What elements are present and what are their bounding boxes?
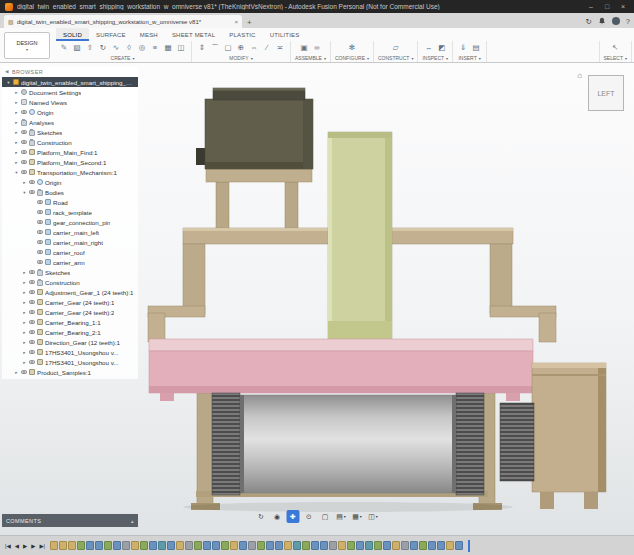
timeline-feature[interactable]: [437, 541, 445, 550]
visibility-eye-icon[interactable]: [29, 300, 35, 304]
timeline-feature[interactable]: [230, 541, 238, 550]
step-forward-button[interactable]: ▶: [30, 543, 36, 549]
notification-bell-icon[interactable]: [598, 17, 606, 27]
timeline-feature[interactable]: [239, 541, 247, 550]
view-cube[interactable]: LEFT: [588, 75, 624, 111]
timeline-feature[interactable]: [365, 541, 373, 550]
timeline-feature[interactable]: [221, 541, 229, 550]
expand-arrow-icon[interactable]: ▸: [14, 110, 19, 115]
visibility-eye-icon[interactable]: [37, 240, 43, 244]
expand-arrow-icon[interactable]: ▸: [14, 130, 19, 135]
close-button[interactable]: ×: [617, 3, 629, 10]
new-component-icon[interactable]: ▣: [298, 42, 310, 54]
timeline-feature[interactable]: [419, 541, 427, 550]
timeline-feature[interactable]: [185, 541, 193, 550]
canvas-icon[interactable]: ▤: [470, 42, 482, 54]
expand-arrow-icon[interactable]: ▸: [22, 280, 27, 285]
timeline-feature[interactable]: [167, 541, 175, 550]
new-document-tab-button[interactable]: +: [247, 18, 252, 27]
ribbon-group-label-select[interactable]: SELECT▾: [604, 55, 627, 61]
browser-row[interactable]: ▸ Construction: [2, 277, 138, 287]
ribbon-tab[interactable]: UTILITIES: [263, 28, 307, 41]
visibility-eye-icon[interactable]: [37, 220, 43, 224]
browser-row[interactable]: ▸ Product_Samples:1: [2, 367, 138, 377]
visibility-eye-icon[interactable]: [29, 340, 35, 344]
expand-arrow-icon[interactable]: ▸: [22, 310, 27, 315]
browser-row[interactable]: carrier_roof: [2, 247, 138, 257]
timeline-feature[interactable]: [248, 541, 256, 550]
ribbon-group-label-configure[interactable]: CONFIGURE▾: [335, 55, 369, 61]
configure-icon[interactable]: ✻: [346, 42, 358, 54]
timeline-playhead[interactable]: [468, 540, 470, 552]
browser-row[interactable]: ▸ 17HS3401_Usongshou v...: [2, 357, 138, 367]
timeline-feature[interactable]: [131, 541, 139, 550]
expand-comments-icon[interactable]: ▴: [131, 518, 134, 524]
browser-row[interactable]: ▾ Transportation_Mechanism:1: [2, 167, 138, 177]
timeline-feature[interactable]: [329, 541, 337, 550]
browser-row[interactable]: carrier_arm: [2, 257, 138, 267]
visibility-eye-icon[interactable]: [21, 370, 27, 374]
browser-row[interactable]: ▸ Carrier_Gear (24 teeth):2: [2, 307, 138, 317]
expand-arrow-icon[interactable]: ▾: [6, 80, 11, 85]
timeline-feature[interactable]: [392, 541, 400, 550]
browser-row[interactable]: ▾ Bodies: [2, 187, 138, 197]
visibility-eye-icon[interactable]: [29, 320, 35, 324]
expand-arrow-icon[interactable]: ▾: [14, 170, 19, 175]
loft-icon[interactable]: ◊: [123, 42, 135, 54]
workspace-selector[interactable]: DESIGN ▾: [4, 32, 50, 59]
expand-arrow-icon[interactable]: ▸: [14, 150, 19, 155]
offset-face-icon[interactable]: ⇔: [248, 42, 260, 54]
fillet-icon[interactable]: ⌒: [209, 42, 221, 54]
mirror-icon[interactable]: ◫: [175, 42, 187, 54]
browser-row[interactable]: ▸ Origin: [2, 107, 138, 117]
model-motor-mount[interactable]: [206, 169, 312, 229]
browser-row[interactable]: ▸ Named Views: [2, 97, 138, 107]
document-tab[interactable]: ▧ digital_twin_enabled_smart_shipping_wo…: [4, 15, 242, 28]
ribbon-tab[interactable]: SOLID: [56, 28, 89, 41]
timeline-feature[interactable]: [212, 541, 220, 550]
timeline-feature[interactable]: [77, 541, 85, 550]
ribbon-tab[interactable]: SURFACE: [89, 28, 133, 41]
timeline-feature[interactable]: [320, 541, 328, 550]
sweep-icon[interactable]: ∿: [110, 42, 122, 54]
create-sketch-icon[interactable]: ✎: [58, 42, 70, 54]
home-view-icon[interactable]: ⌂: [577, 71, 582, 80]
user-avatar[interactable]: [612, 17, 620, 25]
timeline-feature[interactable]: [122, 541, 130, 550]
timeline-feature[interactable]: [176, 541, 184, 550]
browser-row[interactable]: ▸ Sketches: [2, 267, 138, 277]
expand-arrow-icon[interactable]: ▾: [22, 190, 27, 195]
visibility-eye-icon[interactable]: [37, 210, 43, 214]
ribbon-group-label-assemble[interactable]: ASSEMBLE▾: [295, 55, 326, 61]
section-analysis-icon[interactable]: ◩: [436, 42, 448, 54]
ribbon-group-label-create[interactable]: CREATE▾: [111, 55, 135, 61]
visibility-eye-icon[interactable]: [29, 330, 35, 334]
visibility-eye-icon[interactable]: [21, 140, 27, 144]
browser-row[interactable]: ▸ Construction: [2, 137, 138, 147]
visibility-eye-icon[interactable]: [37, 260, 43, 264]
grid-settings-icon[interactable]: ▦ ▾: [351, 510, 364, 523]
timeline-feature[interactable]: [293, 541, 301, 550]
visibility-eye-icon[interactable]: [29, 280, 35, 284]
extrude-icon[interactable]: ⇧: [84, 42, 96, 54]
expand-arrow-icon[interactable]: ▸: [14, 370, 19, 375]
help-icon[interactable]: ?: [626, 18, 630, 26]
construction-plane-icon[interactable]: ▱: [390, 42, 402, 54]
expand-arrow-icon[interactable]: ▸: [14, 140, 19, 145]
split-body-icon[interactable]: ∕: [261, 42, 273, 54]
expand-arrow-icon[interactable]: ▸: [22, 360, 27, 365]
visibility-eye-icon[interactable]: [29, 190, 35, 194]
expand-arrow-icon[interactable]: ▸: [22, 290, 27, 295]
visibility-eye-icon[interactable]: [37, 250, 43, 254]
ribbon-tab[interactable]: MESH: [133, 28, 165, 41]
combine-icon[interactable]: ⊕: [235, 42, 247, 54]
model-stepper-motor[interactable]: [196, 88, 313, 169]
align-icon[interactable]: ≍: [274, 42, 286, 54]
browser-row[interactable]: ▸ Platform_Main_Find:1: [2, 147, 138, 157]
visibility-eye-icon[interactable]: [29, 350, 35, 354]
browser-row[interactable]: gear_connection_pin: [2, 217, 138, 227]
insert-derive-icon[interactable]: ⇓: [457, 42, 469, 54]
ribbon-group-label-modify[interactable]: MODIFY▾: [229, 55, 252, 61]
timeline-feature[interactable]: [113, 541, 121, 550]
model-carrier-platform[interactable]: [149, 339, 533, 401]
